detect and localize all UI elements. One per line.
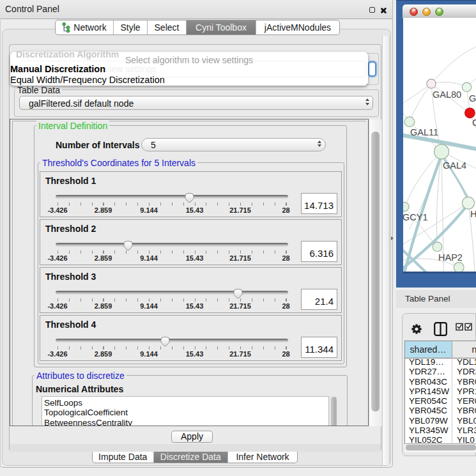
svg-text:H: H	[470, 209, 476, 219]
svg-text:GAL80: GAL80	[433, 89, 461, 100]
svg-text:GAL11: GAL11	[410, 127, 438, 137]
svg-text:C: C	[472, 118, 476, 128]
svg-text:GA: GA	[469, 93, 476, 104]
svg-text:GAL4: GAL4	[443, 160, 466, 171]
svg-text:GCY1: GCY1	[403, 212, 428, 222]
svg-text:HAP2: HAP2	[438, 252, 463, 263]
